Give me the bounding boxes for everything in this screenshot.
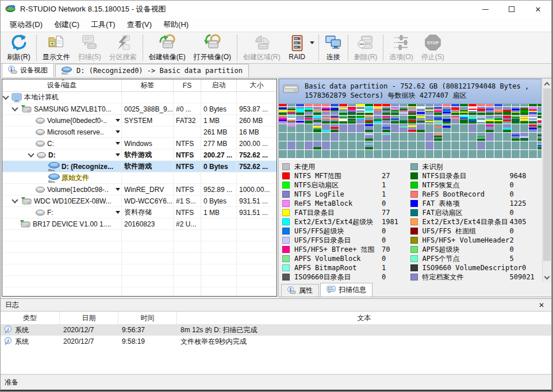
stop-button[interactable]: STOP停止(S) [417, 33, 448, 63]
tree-row-10[interactable]: F:资料存储NTFS1 MB931.51 ... [2, 207, 276, 218]
raid-dropdown-icon[interactable] [310, 41, 314, 47]
scan-icon [81, 34, 98, 52]
tree-row-4[interactable]: C:WindowsNTFS277 MB200.00 ... [2, 138, 276, 149]
legend-count: 77 [382, 209, 390, 217]
legend-count: 0 [382, 199, 386, 207]
map-block [305, 107, 313, 115]
scan-block-map[interactable] [279, 104, 542, 160]
properties-icon [287, 286, 296, 295]
log-row-1[interactable]: i系统2020/12/79:58:19文件枚举在9秒内完成 [1, 336, 551, 347]
minimize-button[interactable] [472, 1, 498, 18]
menu-item-0[interactable]: 驱动器(D) [4, 18, 48, 32]
tree-cell: 953.87 ... [237, 103, 276, 115]
scan-scrollbar[interactable] [542, 79, 551, 282]
map-block [382, 141, 390, 149]
tree-row-0[interactable]: 本地计算机 [2, 92, 276, 103]
dropdown-icon[interactable] [116, 119, 120, 124]
tree-row-3[interactable]: Microsoft reserve..261 MB16 MB [2, 126, 276, 138]
map-block [339, 133, 347, 141]
tree-row-2[interactable]: Volume{0bedecf0-..SYSTEMFAT321 MB260 MB [2, 115, 276, 126]
tree-item-name: Volume{1ecb0c98-.. [47, 186, 109, 194]
show-files-button[interactable]: 显示文件 [39, 33, 74, 63]
scan-button[interactable]: 扫描(S) [74, 33, 105, 63]
tree-row-6[interactable]: Rec.D: (Recognize...软件游戏NTFS0 Bytes752.6… [2, 161, 276, 172]
log-column-2[interactable]: 时间 [118, 312, 177, 324]
menu-item-3[interactable]: 查看(V) [121, 18, 158, 32]
options-button[interactable]: 选项(O) [385, 33, 417, 63]
chevron-down-icon[interactable] [28, 151, 34, 157]
open-image-icon [203, 34, 221, 52]
dropdown-icon[interactable] [116, 188, 120, 193]
tree-cell: 931.51 ... [237, 207, 276, 218]
legend-count: 1 [382, 264, 386, 272]
tab-partition[interactable]: Rec. D: (Recognized0) -> Basic data part… [55, 64, 249, 77]
dropdown-icon[interactable] [116, 153, 120, 159]
tree-item-name: D: (Recognize... [62, 163, 113, 171]
legend-count: 0 [522, 264, 526, 272]
open-image-button[interactable]: 打开镜像(O) [190, 33, 235, 63]
map-block [468, 150, 477, 158]
volume-icon [36, 140, 45, 147]
create-image-button[interactable]: 创建镜像(E) [145, 33, 190, 63]
tree-row-5[interactable]: D:软件游戏NTFS200.27 ...752.62 ... [2, 149, 276, 161]
maximize-button[interactable] [498, 1, 525, 18]
info-icon: i [4, 325, 12, 335]
partition-search-button[interactable]: 分区搜索 [105, 33, 141, 63]
map-block [443, 116, 451, 124]
scroll-down-icon[interactable] [543, 273, 551, 282]
map-block [382, 124, 390, 132]
log-row-0[interactable]: i系统2020/12/79:56:378m 12s 的 D: 扫描已完成 [1, 324, 551, 336]
legend-item-right-8: HFS/HFS+ VolumeHeader2 [410, 236, 539, 245]
raid-button[interactable]: RAID [285, 33, 310, 63]
map-block [339, 104, 347, 106]
chevron-down-icon[interactable] [11, 105, 18, 111]
volume-icon [36, 117, 45, 124]
log-column-3[interactable]: 文本 [177, 312, 551, 324]
map-block [417, 133, 425, 141]
log-cell: 2020/12/7 [60, 326, 118, 334]
create-region-button[interactable]: 创建区域(R) [239, 33, 285, 63]
menu-item-2[interactable]: 工具(T) [85, 18, 121, 32]
tree-column-header-1[interactable]: 标签 [122, 79, 174, 91]
scan-tab-scan-info[interactable]: 扫描信息 [320, 283, 372, 297]
tree-column-header-3[interactable]: 启动 [201, 79, 237, 91]
map-block [287, 104, 295, 106]
tab-device-view[interactable]: 设备视图 [2, 63, 54, 77]
chevron-down-icon[interactable] [11, 197, 18, 203]
tree-empty-row [2, 253, 276, 264]
close-button[interactable]: ✕ [525, 1, 551, 18]
legend-label: FAT启动扇区 [423, 208, 510, 218]
dropdown-icon[interactable] [116, 142, 120, 147]
tree-column-header-2[interactable]: FS [174, 79, 201, 91]
tree-row-8[interactable]: Volume{1ecb0c98-..WinRE_DRVNTFS952.89 ..… [2, 184, 276, 195]
chevron-down-icon[interactable] [2, 93, 9, 99]
dropdown-icon[interactable] [116, 130, 120, 136]
map-block [365, 107, 373, 115]
scroll-up-icon[interactable] [543, 79, 551, 88]
connect-button[interactable]: 连接 [321, 33, 346, 63]
tree-row-9[interactable]: WDC WD10EZEX-08W...WD-WCC6Y6...#1 S...0 … [2, 195, 276, 207]
tree-cell: NTFS [174, 149, 201, 161]
tree-item-name: BR17 DEVICE V1.00 1.... [33, 220, 111, 228]
tree-cell [237, 92, 276, 103]
map-block [305, 133, 313, 141]
tree-column-header-0[interactable]: 设备/磁盘^ [2, 79, 122, 91]
map-block [322, 116, 330, 124]
log-column-1[interactable]: 日期 [60, 312, 118, 324]
refresh-button[interactable]: 刷新(R) [3, 33, 34, 63]
tree-cell: 277 MB [201, 138, 237, 149]
menu-item-4[interactable]: 帮助(H) [158, 18, 194, 32]
scroll-thumb[interactable] [543, 89, 551, 261]
tree-row-11[interactable]: BR17 DEVICE V1.00 1....20160823#2 U... [2, 218, 276, 230]
tree-row-1[interactable]: SAMSUNG MZVLB1T0...0025_388B_9...#0 ...0… [2, 103, 276, 115]
scan-tab-properties[interactable]: 属性 [281, 284, 319, 297]
legend-swatch [410, 246, 418, 253]
map-block [339, 116, 347, 124]
delete-button[interactable]: 删除(R) [350, 33, 382, 63]
log-column-0[interactable]: 类型 [1, 312, 60, 324]
menu-item-1[interactable]: 创建(C) [48, 18, 85, 32]
tree-row-7[interactable]: Rec.原始文件 [2, 172, 276, 184]
log-close-icon[interactable]: ✕ [536, 301, 547, 309]
tree-column-header-4[interactable]: 大小 [237, 79, 276, 91]
dropdown-icon[interactable] [116, 211, 120, 216]
